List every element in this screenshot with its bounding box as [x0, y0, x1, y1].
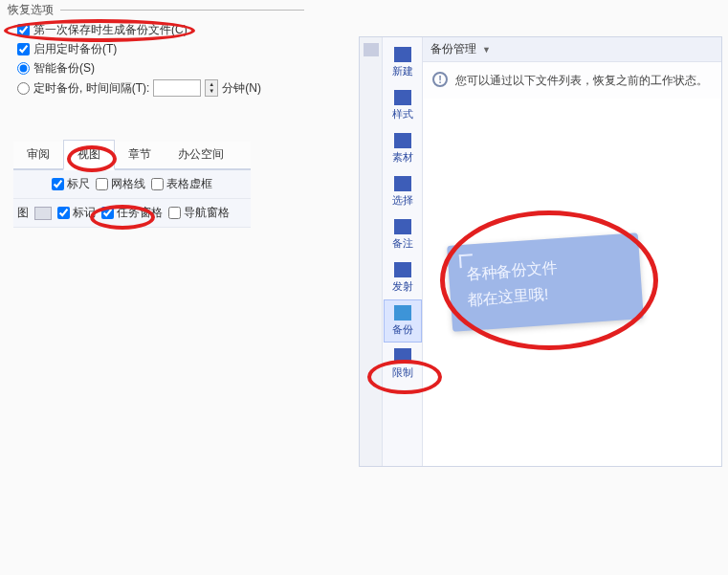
note-line2: 都在这里哦!: [467, 279, 625, 310]
panel-info-text: 您可以通过以下文件列表，恢复之前的工作状态。: [455, 72, 708, 89]
radio-interval-backup[interactable]: [17, 82, 30, 95]
vtool-backup[interactable]: 备份: [384, 299, 422, 343]
ribbon-block: 审阅 视图 章节 办公空间 标尺 网格线 表格虚框 图 标记 任务窗格 导航窗格: [13, 142, 251, 228]
cb-task-pane[interactable]: 任务窗格: [101, 205, 163, 221]
vtool-material[interactable]: 素材: [384, 127, 422, 170]
radio-smart-backup[interactable]: [17, 62, 30, 75]
tab-office[interactable]: 办公空间: [165, 141, 237, 168]
cb-table-frame[interactable]: 表格虚框: [151, 176, 212, 192]
style-icon: [394, 90, 411, 105]
interval-input[interactable]: [153, 79, 201, 97]
first-save-label: 第一次保存时生成备份文件(C): [33, 22, 188, 38]
panel-title: 备份管理: [430, 41, 476, 57]
dropdown-icon[interactable]: [34, 207, 52, 220]
smart-backup-label: 智能备份(S): [33, 60, 95, 77]
note-card: 各种备份文件 都在这里哦!: [447, 232, 644, 332]
cb-ruler[interactable]: 标尺: [52, 176, 90, 192]
note-icon: [394, 219, 411, 234]
group-title: 恢复选项: [8, 2, 304, 18]
tab-bar: 审阅 视图 章节 办公空间: [13, 142, 251, 170]
group-title-text: 恢复选项: [8, 3, 54, 16]
checkbox-first-save[interactable]: [17, 24, 30, 36]
vtool-new[interactable]: 新建: [384, 41, 422, 84]
send-icon: [394, 262, 411, 277]
checkbox-enable-timed[interactable]: [17, 43, 30, 55]
mini-icon[interactable]: [364, 43, 379, 56]
enable-timed-checkbox-row[interactable]: 启用定时备份(T): [17, 41, 304, 57]
mini-column: [360, 37, 383, 466]
backup-icon: [394, 305, 411, 321]
limit-icon: [394, 348, 411, 364]
row2-prefix: 图: [17, 205, 29, 221]
panel-header: 备份管理 ▼: [423, 37, 721, 62]
select-icon: [394, 176, 411, 191]
recovery-options-group: 恢复选项 第一次保存时生成备份文件(C) 启用定时备份(T) 智能备份(S) 定…: [8, 2, 304, 100]
first-save-checkbox-row[interactable]: 第一次保存时生成备份文件(C): [17, 22, 304, 38]
smart-backup-radio-row[interactable]: 智能备份(S): [17, 60, 304, 77]
tab-review[interactable]: 审阅: [13, 141, 63, 168]
vtool-send[interactable]: 发射: [384, 256, 422, 299]
panel-body: ! 您可以通过以下文件列表，恢复之前的工作状态。: [423, 62, 721, 99]
vtool-limit[interactable]: 限制: [384, 343, 422, 386]
cb-gridlines[interactable]: 网格线: [96, 176, 145, 192]
interval-unit: 分钟(N): [222, 80, 261, 97]
chevron-down-icon[interactable]: ▼: [482, 45, 491, 55]
enable-timed-label: 启用定时备份(T): [33, 41, 117, 57]
cb-nav-pane[interactable]: 导航窗格: [168, 205, 230, 221]
divider-line: [60, 10, 304, 11]
vtool-style[interactable]: 样式: [384, 84, 422, 127]
info-icon: !: [432, 72, 448, 87]
cb-marker[interactable]: 标记: [57, 205, 96, 221]
ribbon-row-2: 图 标记 任务窗格 导航窗格: [13, 199, 251, 228]
vtool-select[interactable]: 选择: [384, 170, 422, 213]
interval-label: 定时备份, 时间间隔(T):: [33, 80, 149, 97]
note-line1: 各种备份文件: [466, 254, 624, 284]
tab-chapter[interactable]: 章节: [115, 141, 165, 168]
material-icon: [394, 133, 411, 148]
ribbon-row-1: 标尺 网格线 表格虚框: [13, 170, 251, 199]
vertical-toolbar: 新建 样式 素材 选择 备注 发射 备份 限制: [383, 37, 423, 466]
new-icon: [394, 47, 411, 62]
tab-view[interactable]: 视图: [63, 140, 115, 170]
vtool-note[interactable]: 备注: [384, 213, 422, 256]
interval-radio-row[interactable]: 定时备份, 时间间隔(T): ▲▼ 分钟(N): [17, 79, 304, 97]
interval-spinner[interactable]: ▲▼: [205, 79, 218, 97]
